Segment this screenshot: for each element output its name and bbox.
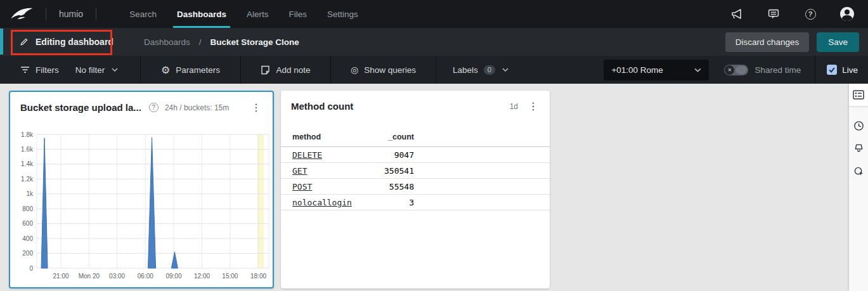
rail-time-button[interactable] (849, 114, 868, 137)
table-row: DELETE 9047 (281, 147, 550, 163)
announcements-megaphone-icon[interactable] (730, 7, 744, 21)
breadcrumb-separator: / (199, 37, 202, 47)
svg-text:03:00: 03:00 (109, 273, 125, 280)
labels-count-badge: 0 (484, 65, 495, 75)
timezone-value: +01:00 Rome (611, 65, 694, 75)
column-header-count: _count (384, 133, 414, 141)
svg-text:1.4k: 1.4k (21, 160, 34, 167)
search-pointer-icon (853, 166, 864, 177)
user-avatar[interactable] (840, 7, 854, 21)
table-row: GET 350541 (281, 163, 550, 179)
widget-menu-kebab-icon[interactable]: ⋮ (527, 101, 540, 112)
timezone-select[interactable]: +01:00 Rome (604, 60, 709, 81)
gear-icon: ⚙ (161, 64, 170, 76)
breadcrumb-current-dashboard: Bucket Storage Clone (210, 37, 299, 47)
svg-text:Mon 20: Mon 20 (79, 273, 100, 280)
method-link[interactable]: GET (292, 166, 384, 176)
rail-lamp-button[interactable] (849, 137, 868, 160)
add-note-button[interactable]: Add note (261, 65, 310, 75)
method-count-table: method _count DELETE 9047 GET 350541 POS… (281, 127, 550, 210)
toggle-off-cross-icon: ✕ (725, 65, 734, 75)
falcon-icon (10, 6, 34, 22)
divider (96, 8, 96, 20)
filters-label: Filters (36, 65, 59, 75)
chevron-down-icon (502, 68, 508, 72)
left-accent-strip (0, 29, 3, 55)
method-link[interactable]: POST (292, 182, 384, 191)
save-button[interactable]: Save (817, 32, 859, 52)
table-header-row: method _count (281, 127, 550, 147)
svg-text:800: 800 (22, 205, 33, 212)
rail-search-select-button[interactable] (849, 160, 868, 183)
brand-label: humio (59, 9, 83, 19)
method-link[interactable]: nolocallogin (292, 198, 384, 207)
chevron-down-icon (112, 68, 118, 72)
svg-text:18:00: 18:00 (250, 273, 266, 280)
widget-method-count[interactable]: Method count 1d ⋮ method _count DELETE 9… (281, 91, 550, 288)
count-value: 3 (384, 198, 414, 207)
dashboard-canvas: Bucket storage upload la... ? 24h / buck… (0, 84, 868, 291)
breadcrumb-dashboards-link[interactable]: Dashboards (144, 37, 190, 47)
labels-dropdown[interactable]: Labels 0 (453, 65, 508, 75)
rail-widget-list-button[interactable] (849, 84, 868, 107)
breadcrumb: Dashboards / Bucket Storage Clone (144, 37, 299, 47)
widget-bucket-storage-upload-latency[interactable]: Bucket storage upload la... ? 24h / buck… (9, 91, 274, 288)
svg-text:21:00: 21:00 (53, 273, 69, 280)
svg-text:15:00: 15:00 (222, 273, 238, 280)
list-panel-icon (853, 90, 864, 100)
filter-select[interactable]: No filter (75, 65, 119, 75)
filter-select-value: No filter (75, 65, 105, 75)
right-tool-rail (849, 84, 868, 291)
feedback-chat-icon[interactable] (767, 7, 781, 21)
count-value: 9047 (384, 150, 414, 160)
top-nav-bar: humio Search Dashboards Alerts Files Set… (0, 0, 868, 28)
help-icon[interactable]: ? (803, 7, 817, 21)
nav-item-search[interactable]: Search (119, 0, 167, 28)
chevron-down-icon (694, 68, 701, 72)
crowdstrike-falcon-logo[interactable] (10, 6, 38, 22)
svg-text:200: 200 (22, 250, 33, 257)
table-row: POST 55548 (281, 179, 550, 195)
svg-text:1.8k: 1.8k (21, 131, 34, 138)
divider (815, 56, 815, 84)
live-checkbox[interactable] (827, 65, 837, 75)
dashboard-toolbar: Filters No filter ⚙ Parameters Add note … (0, 56, 868, 84)
svg-text:1k: 1k (26, 190, 34, 197)
nav-item-dashboards[interactable]: Dashboards (167, 0, 236, 28)
svg-text:12:00: 12:00 (194, 273, 210, 280)
widget-title: Bucket storage upload la... (20, 102, 141, 113)
nav-item-alerts[interactable]: Alerts (236, 0, 279, 28)
nav-item-settings[interactable]: Settings (317, 0, 368, 28)
count-value: 350541 (384, 166, 414, 176)
editing-mode-label: Editing dashboard (36, 37, 113, 47)
widget-menu-kebab-icon[interactable]: ⋮ (250, 103, 262, 113)
table-row: nolocallogin 3 (281, 195, 550, 210)
editing-mode-indicator: Editing dashboard (0, 37, 130, 47)
latency-area-chart: 1.8k1.6k1.4k1.2k1k800600400200021:00Mon … (10, 122, 273, 282)
add-note-label: Add note (276, 65, 310, 75)
widget-help-icon[interactable]: ? (149, 103, 159, 112)
svg-text:1.6k: 1.6k (21, 146, 34, 153)
lamp-icon (853, 143, 864, 154)
parameters-label: Parameters (176, 65, 220, 75)
nav-item-files[interactable]: Files (278, 0, 317, 28)
shared-time-toggle[interactable]: ✕ (724, 65, 748, 75)
svg-text:1.2k: 1.2k (21, 176, 34, 183)
dashboard-edit-bar: Editing dashboard Dashboards / Bucket St… (0, 28, 868, 56)
clock-icon (853, 120, 864, 131)
widget-time-window: 24h / buckets: 15m (165, 103, 229, 112)
show-queries-button[interactable]: ◎ Show queries (351, 65, 416, 75)
shared-time-label: Shared time (755, 65, 801, 75)
svg-text:09:00: 09:00 (165, 273, 181, 280)
method-link[interactable]: DELETE (292, 150, 384, 160)
labels-label: Labels (453, 65, 478, 75)
discard-changes-button[interactable]: Discard changes (725, 32, 810, 52)
note-icon (261, 65, 270, 75)
filters-button[interactable]: Filters (20, 65, 59, 75)
svg-text:600: 600 (22, 220, 33, 227)
show-queries-label: Show queries (364, 65, 416, 75)
svg-text:06:00: 06:00 (138, 273, 153, 280)
svg-text:0: 0 (29, 265, 33, 272)
eye-icon: ◎ (351, 65, 358, 75)
parameters-button[interactable]: ⚙ Parameters (161, 64, 220, 76)
